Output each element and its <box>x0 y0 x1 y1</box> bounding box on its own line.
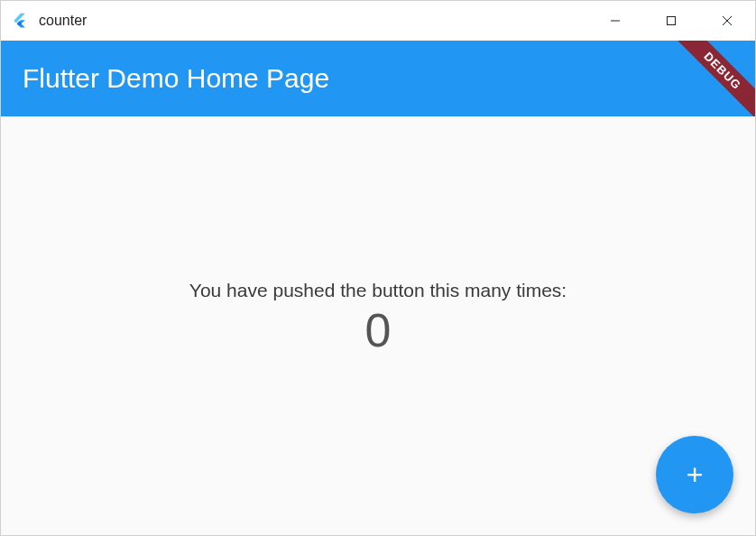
flutter-logo-icon <box>10 11 30 31</box>
app-bar: Flutter Demo Home Page DEBUG <box>1 41 755 116</box>
svg-rect-1 <box>668 17 676 25</box>
debug-banner: DEBUG <box>667 41 755 116</box>
push-count-label: You have pushed the button this many tim… <box>189 280 567 301</box>
body-area: You have pushed the button this many tim… <box>1 116 755 535</box>
counter-display: You have pushed the button this many tim… <box>189 280 567 354</box>
plus-icon: + <box>687 458 704 492</box>
window-title: counter <box>39 13 587 29</box>
minimize-button[interactable] <box>587 1 643 41</box>
window-titlebar: counter <box>1 1 755 41</box>
close-button[interactable] <box>699 1 755 41</box>
maximize-button[interactable] <box>643 1 699 41</box>
counter-value: 0 <box>365 307 392 354</box>
window-controls <box>587 1 755 41</box>
increment-button[interactable]: + <box>656 436 733 513</box>
page-title: Flutter Demo Home Page <box>23 63 329 94</box>
